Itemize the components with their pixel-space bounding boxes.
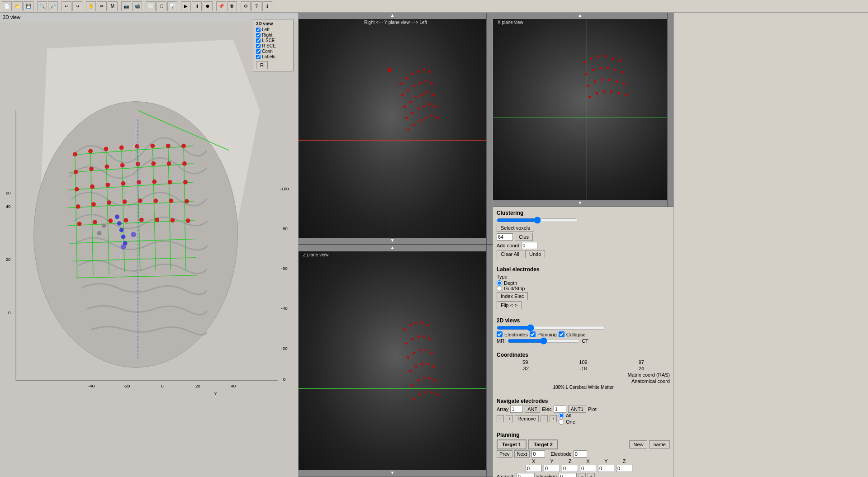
clus-btn[interactable]: Clus <box>515 233 533 241</box>
flip-btn[interactable]: Flip <-> <box>497 301 522 309</box>
brain-3d-view[interactable]: 40 20 0 60 -40 -20 0 20 40 y -100 -80 -6… <box>0 13 298 477</box>
z-plane-canvas[interactable] <box>299 245 493 477</box>
select-voxels-btn[interactable]: Select voxels <box>497 224 534 232</box>
next-btn[interactable]: Next <box>514 450 530 458</box>
array-input[interactable] <box>510 406 523 413</box>
view-check-right: Right <box>256 33 290 38</box>
az-minus[interactable]: − <box>579 473 586 477</box>
toolbar-btn-settings[interactable]: ⚙ <box>241 1 251 11</box>
toolbar-btn-ellipse[interactable]: ⬡ <box>157 1 166 11</box>
azimuth-input[interactable] <box>517 473 535 477</box>
svg-text:-100: -100 <box>280 186 289 191</box>
toolbar-btn-pin[interactable]: 📌 <box>216 1 226 11</box>
check-left[interactable] <box>256 28 261 32</box>
depth-radio-row: Depth <box>497 280 670 286</box>
electrode-val-input[interactable] <box>574 450 587 458</box>
array-plus-btn[interactable]: + <box>506 415 513 422</box>
new-planning-btn[interactable]: New <box>629 440 647 449</box>
x1-input[interactable] <box>526 465 542 472</box>
electrodes-check[interactable] <box>497 331 503 337</box>
svg-point-29 <box>74 170 78 174</box>
mri-slider[interactable] <box>508 339 580 343</box>
elec-input[interactable] <box>554 406 566 413</box>
remove-btn[interactable]: Remove <box>515 415 539 422</box>
toolbar-btn-camera[interactable]: 📷 <box>121 1 131 11</box>
toolbar-btn-m[interactable]: M <box>108 1 118 11</box>
toolbar-btn-record[interactable]: ⏺ <box>203 1 213 11</box>
svg-point-27 <box>166 144 171 148</box>
toolbar-btn-pause[interactable]: ⏸ <box>192 1 202 11</box>
clear-all-btn[interactable]: Clear All <box>497 250 523 258</box>
scroll-up-arrow[interactable]: ▲ <box>390 13 395 19</box>
num-clusters-input[interactable]: 64 <box>497 233 513 241</box>
scroll-down-x-arrow[interactable]: ▼ <box>578 200 583 207</box>
index-elec-btn[interactable]: Index Elec <box>497 292 528 300</box>
scroll-up-x-arrow[interactable]: ▲ <box>578 13 583 19</box>
ant-btn[interactable]: ANT <box>525 406 540 413</box>
toolbar-btn-save[interactable]: 💾 <box>24 1 33 11</box>
toolbar-btn-undo[interactable]: ↩ <box>62 1 71 11</box>
y2-input[interactable] <box>598 465 614 472</box>
undo-btn[interactable]: Undo <box>525 250 545 258</box>
toolbar-btn-video[interactable]: 📹 <box>132 1 142 11</box>
toolbar-btn-hand[interactable]: ✋ <box>86 1 96 11</box>
view-r-button[interactable]: R <box>256 61 268 69</box>
x2-input[interactable] <box>580 465 596 472</box>
toolbar-btn-delete[interactable]: 🗑 <box>227 1 237 11</box>
toolbar-btn-redo[interactable]: ↪ <box>72 1 82 11</box>
elec-dot <box>411 73 413 75</box>
toolbar-btn-help[interactable]: ? <box>251 1 261 11</box>
az-plus[interactable]: + <box>588 473 595 477</box>
target1-btn[interactable]: Target 1 <box>497 439 526 449</box>
elevation-input[interactable] <box>559 473 577 477</box>
x-plane-canvas[interactable] <box>493 13 674 207</box>
planning-right-val[interactable] <box>531 450 545 458</box>
check-right[interactable] <box>256 33 261 38</box>
y1-input[interactable] <box>544 465 560 472</box>
depth-radio[interactable] <box>497 280 502 286</box>
elec-minus-btn[interactable]: − <box>541 415 548 422</box>
views-2d-slider[interactable] <box>497 325 605 331</box>
spacer1 <box>497 458 524 464</box>
scroll-up-z-arrow[interactable]: ▲ <box>390 245 395 251</box>
toolbar-btn-chart[interactable]: 📊 <box>167 1 177 11</box>
z1-input[interactable] <box>562 465 578 472</box>
toolbar-btn-new[interactable]: 📄 <box>2 1 12 11</box>
check-lsce[interactable] <box>256 38 261 43</box>
add-coord-input[interactable] <box>521 242 537 249</box>
svg-point-45 <box>76 204 81 209</box>
check-rsce[interactable] <box>256 44 261 48</box>
planning-check[interactable] <box>530 331 536 337</box>
plot-one-radio[interactable] <box>559 419 564 425</box>
toolbar-btn-search[interactable]: 🔍 <box>37 1 47 11</box>
toolbar-btn-play[interactable]: ▶ <box>181 1 191 11</box>
prev-btn[interactable]: Prev <box>497 450 512 458</box>
z-panel-scrollbar[interactable] <box>486 245 493 477</box>
y-panel-scrollbar[interactable] <box>486 13 493 244</box>
toolbar-btn-rect[interactable]: ⬜ <box>146 1 156 11</box>
grid-radio[interactable] <box>497 286 502 291</box>
name-btn[interactable]: name <box>649 440 670 449</box>
svg-point-24 <box>119 146 124 150</box>
scroll-down-arrow[interactable]: ▼ <box>390 238 395 244</box>
x-panel-scrollbar[interactable] <box>667 13 674 207</box>
check-conn[interactable] <box>256 49 261 54</box>
scroll-down-z-arrow[interactable]: ▼ <box>390 470 395 477</box>
toolbar-btn-open[interactable]: 📂 <box>13 1 23 11</box>
target2-btn[interactable]: Target 2 <box>528 439 558 449</box>
electrode-label-plan: Electrode <box>550 451 571 457</box>
check-labels[interactable] <box>256 55 261 59</box>
plot-all-radio[interactable] <box>559 413 564 418</box>
collapse-check[interactable] <box>559 331 564 337</box>
toolbar-btn-zoom[interactable]: 🔎 <box>48 1 58 11</box>
elec-plus-btn[interactable]: + <box>550 415 557 422</box>
array-minus-btn[interactable]: − <box>497 415 504 422</box>
ant1-btn[interactable]: ANT1 <box>568 406 586 413</box>
toolbar-btn-pen[interactable]: ✏ <box>97 1 107 11</box>
svg-point-54 <box>93 220 97 224</box>
z2-input[interactable] <box>616 465 632 472</box>
toolbar-btn-info[interactable]: ℹ <box>262 1 272 11</box>
y-plane-canvas[interactable] <box>299 13 493 244</box>
elec-dot <box>421 321 423 324</box>
clustering-slider[interactable] <box>497 217 578 223</box>
